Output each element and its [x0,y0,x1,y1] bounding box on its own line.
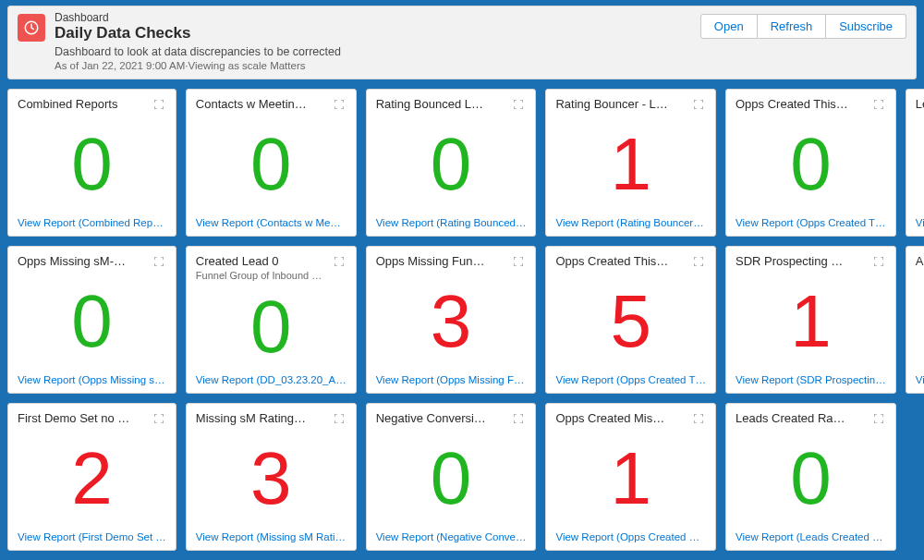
view-report-link[interactable]: View Report (Rating Bouncer… [555,217,706,228]
metric-card: AE Prospecting wi…0View Report (AE Prosp… [906,246,924,394]
card-title: Combined Reports [18,97,148,111]
card-title: Missing sM Rating… [196,411,328,425]
view-report-link[interactable]: View Report (Combined Rep… [18,217,166,228]
expand-icon[interactable] [871,254,886,269]
view-report-link[interactable]: View Report (Missing sM Rati… [196,531,346,542]
card-metric-value: 2 [71,442,113,516]
card-title: SDR Prospecting … [736,254,868,268]
card-title: Opps Created Mis… [555,411,687,425]
expand-icon[interactable] [152,411,166,426]
expand-icon[interactable] [332,254,346,269]
card-subtitle: Funnel Group of Inbound … [196,270,328,281]
card-title: AE Prospecting wi… [916,254,924,268]
card-metric-value: 1 [610,128,651,201]
card-title: Rating Bounced L… [376,97,508,111]
view-report-link[interactable]: View Report (First Demo Set … [18,531,166,542]
card-metric-value: 0 [71,285,113,359]
subscribe-button[interactable]: Subscribe [826,14,906,39]
metric-card: Opps Missing Fun…3View Report (Opps Miss… [366,246,537,394]
metric-card: SDR Prospecting …1View Report (SDR Prosp… [725,246,896,394]
expand-icon[interactable] [511,254,526,269]
metric-card: Opps Created Mis…1View Report (Opps Crea… [545,403,716,551]
expand-icon[interactable] [871,97,886,112]
card-metric-value: 3 [250,442,292,516]
view-report-link[interactable]: View Report (Negative Conve… [376,531,527,542]
metric-card: Combined Reports0View Report (Combined R… [7,89,176,237]
card-title: First Demo Set no … [18,411,148,425]
card-metric-value: 0 [790,128,832,201]
view-report-link[interactable]: View Report (DD_03.23.20_A… [196,374,346,385]
metric-card: Rating Bounced L…0View Report (Rating Bo… [366,89,537,237]
expand-icon[interactable] [691,411,706,426]
metric-card: Lead 2 sM-Create…0View Report (Lead 2 sM… [906,89,924,237]
view-report-link[interactable]: View Report (Opps Created … [555,531,706,542]
card-title: Opps Created This… [555,254,687,268]
view-report-link[interactable]: View Report (Contacts w Me… [196,217,346,228]
header-description: Dashboard to look at data discrepancies … [55,45,906,58]
card-metric-value: 5 [610,285,651,359]
view-report-link[interactable]: View Report (Rating Bounced… [376,217,527,228]
metric-card: Negative Conversi…0View Report (Negative… [366,403,537,551]
metric-card: First Demo Set no …2View Report (First D… [7,403,176,551]
view-report-link[interactable]: View Report (Opps Created T… [555,374,706,385]
expand-icon[interactable] [871,411,886,426]
metric-card: Opps Created This…0View Report (Opps Cre… [725,89,896,237]
open-button[interactable]: Open [700,14,758,39]
card-metric-value: 0 [250,290,292,364]
card-title: Lead 2 sM-Create… [916,97,924,111]
card-metric-value: 0 [431,442,472,516]
metric-card: Rating Bouncer - L…1View Report (Rating … [545,89,716,237]
refresh-button[interactable]: Refresh [758,14,827,39]
card-metric-value: 0 [250,128,292,201]
view-report-link[interactable]: View Report (SDR Prospectin… [736,374,886,385]
expand-icon[interactable] [691,254,706,269]
card-title: Opps Missing Fun… [376,254,508,268]
dashboard-header: Dashboard Daily Data Checks Dashboard to… [7,6,917,79]
card-metric-value: 1 [790,285,832,359]
expand-icon[interactable] [332,97,346,112]
card-metric-value: 0 [790,442,832,516]
view-report-link[interactable]: View Report (Lead 2 sM-Cre… [916,217,924,228]
view-report-link[interactable]: View Report (Leads Created … [736,531,886,542]
card-title: Contacts w Meetin… [196,97,328,111]
card-metric-value: 3 [431,285,472,359]
dashboard-app-icon [18,14,45,42]
header-actions: Open Refresh Subscribe [700,14,906,39]
view-report-link[interactable]: View Report (Opps Missing F… [376,374,527,385]
expand-icon[interactable] [511,411,526,426]
view-report-link[interactable]: View Report (Opps Created T… [736,217,886,228]
header-meta: As of Jan 22, 2021 9:00 AM·Viewing as sc… [55,60,906,71]
card-metric-value: 0 [431,128,472,201]
card-title: Negative Conversi… [376,411,508,425]
card-metric-value: 0 [71,128,113,201]
expand-icon[interactable] [511,97,526,112]
card-metric-value: 1 [610,442,651,516]
card-title: Rating Bouncer - L… [555,97,687,111]
card-title: Leads Created Ra… [736,411,868,425]
metric-card: Opps Created This…5View Report (Opps Cre… [545,246,716,394]
view-report-link[interactable]: View Report (Opps Missing s… [18,374,166,385]
card-title: Opps Created This… [736,97,868,111]
card-title: Created Lead 0 [196,254,328,268]
expand-icon[interactable] [691,97,706,112]
expand-icon[interactable] [152,97,166,112]
metric-card: Missing sM Rating…3View Report (Missing … [186,403,357,551]
metric-card: Opps Missing sM-…0View Report (Opps Miss… [7,246,176,394]
expand-icon[interactable] [152,254,166,269]
metric-grid: Combined Reports0View Report (Combined R… [7,89,917,551]
view-report-link[interactable]: View Report (AE Prospecting… [916,374,924,385]
expand-icon[interactable] [332,411,346,426]
metric-card: Contacts w Meetin…0View Report (Contacts… [186,89,357,237]
metric-card: Leads Created Ra…0View Report (Leads Cre… [725,403,896,551]
metric-card: Created Lead 0Funnel Group of Inbound …0… [186,246,357,394]
card-title: Opps Missing sM-… [18,254,148,268]
